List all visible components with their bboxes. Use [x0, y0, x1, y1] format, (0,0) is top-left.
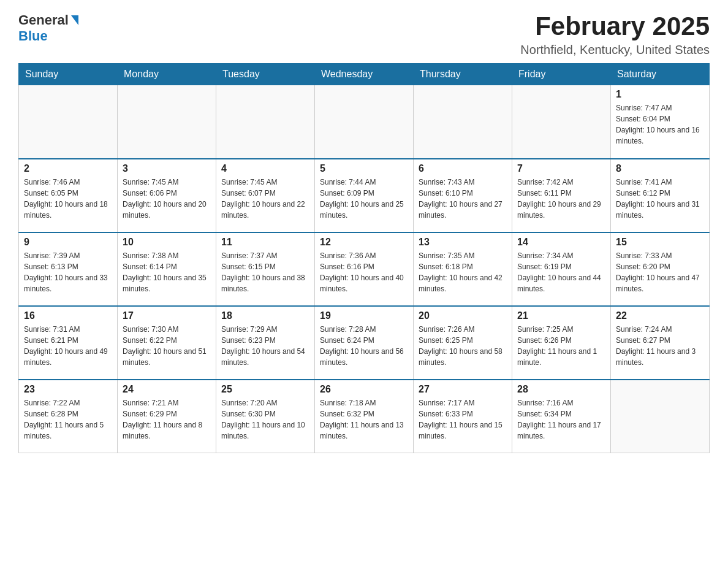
calendar-day-cell: 9Sunrise: 7:39 AM Sunset: 6:13 PM Daylig…	[19, 232, 118, 306]
calendar-day-cell: 21Sunrise: 7:25 AM Sunset: 6:26 PM Dayli…	[512, 306, 611, 380]
day-info: Sunrise: 7:42 AM Sunset: 6:11 PM Dayligh…	[517, 177, 605, 221]
weekday-header-monday: Monday	[118, 64, 216, 85]
day-info: Sunrise: 7:18 AM Sunset: 6:32 PM Dayligh…	[320, 397, 408, 442]
day-number: 1	[616, 89, 704, 100]
weekday-header-wednesday: Wednesday	[315, 64, 414, 85]
day-info: Sunrise: 7:16 AM Sunset: 6:34 PM Dayligh…	[517, 397, 605, 442]
day-number: 3	[123, 163, 211, 174]
day-info: Sunrise: 7:24 AM Sunset: 6:27 PM Dayligh…	[616, 324, 704, 368]
day-info: Sunrise: 7:38 AM Sunset: 6:14 PM Dayligh…	[123, 250, 211, 294]
day-info: Sunrise: 7:45 AM Sunset: 6:07 PM Dayligh…	[221, 177, 309, 221]
calendar-day-cell: 13Sunrise: 7:35 AM Sunset: 6:18 PM Dayli…	[414, 232, 512, 306]
calendar-day-cell: 19Sunrise: 7:28 AM Sunset: 6:24 PM Dayli…	[315, 306, 414, 380]
calendar-week-row: 16Sunrise: 7:31 AM Sunset: 6:21 PM Dayli…	[19, 306, 710, 380]
calendar-day-cell: 1Sunrise: 7:47 AM Sunset: 6:04 PM Daylig…	[611, 85, 710, 159]
day-info: Sunrise: 7:30 AM Sunset: 6:22 PM Dayligh…	[123, 324, 211, 368]
day-info: Sunrise: 7:20 AM Sunset: 6:30 PM Dayligh…	[221, 397, 309, 442]
day-number: 19	[320, 310, 408, 321]
calendar-day-cell	[216, 85, 315, 159]
calendar-day-cell	[315, 85, 414, 159]
calendar-day-cell: 24Sunrise: 7:21 AM Sunset: 6:29 PM Dayli…	[118, 380, 216, 453]
day-number: 7	[517, 163, 605, 174]
day-info: Sunrise: 7:46 AM Sunset: 6:05 PM Dayligh…	[24, 177, 112, 221]
calendar-day-cell: 16Sunrise: 7:31 AM Sunset: 6:21 PM Dayli…	[19, 306, 118, 380]
calendar-day-cell: 4Sunrise: 7:45 AM Sunset: 6:07 PM Daylig…	[216, 159, 315, 232]
logo-triangle-icon	[71, 15, 78, 25]
day-number: 18	[221, 310, 309, 321]
day-number: 9	[24, 237, 112, 248]
day-number: 14	[517, 237, 605, 248]
logo-general-text: General	[18, 12, 69, 28]
day-number: 2	[24, 163, 112, 174]
calendar-day-cell: 8Sunrise: 7:41 AM Sunset: 6:12 PM Daylig…	[611, 159, 710, 232]
day-number: 28	[517, 384, 605, 395]
day-number: 5	[320, 163, 408, 174]
day-number: 11	[221, 237, 309, 248]
calendar-day-cell: 18Sunrise: 7:29 AM Sunset: 6:23 PM Dayli…	[216, 306, 315, 380]
day-info: Sunrise: 7:37 AM Sunset: 6:15 PM Dayligh…	[221, 250, 309, 294]
weekday-header-sunday: Sunday	[19, 64, 118, 85]
day-number: 26	[320, 384, 408, 395]
title-block: February 2025 Northfield, Kentucky, Unit…	[520, 12, 710, 57]
calendar-day-cell: 14Sunrise: 7:34 AM Sunset: 6:19 PM Dayli…	[512, 232, 611, 306]
day-number: 27	[419, 384, 507, 395]
day-number: 20	[419, 310, 507, 321]
logo-blue-text: Blue	[18, 28, 48, 44]
calendar-day-cell: 26Sunrise: 7:18 AM Sunset: 6:32 PM Dayli…	[315, 380, 414, 453]
day-number: 4	[221, 163, 309, 174]
day-info: Sunrise: 7:17 AM Sunset: 6:33 PM Dayligh…	[419, 397, 507, 442]
day-number: 6	[419, 163, 507, 174]
day-info: Sunrise: 7:34 AM Sunset: 6:19 PM Dayligh…	[517, 250, 605, 294]
day-number: 8	[616, 163, 704, 174]
calendar-day-cell	[118, 85, 216, 159]
calendar-day-cell	[414, 85, 512, 159]
day-number: 25	[221, 384, 309, 395]
calendar-day-cell	[611, 380, 710, 453]
day-info: Sunrise: 7:35 AM Sunset: 6:18 PM Dayligh…	[419, 250, 507, 294]
calendar-day-cell: 28Sunrise: 7:16 AM Sunset: 6:34 PM Dayli…	[512, 380, 611, 453]
weekday-header-thursday: Thursday	[414, 64, 512, 85]
day-info: Sunrise: 7:43 AM Sunset: 6:10 PM Dayligh…	[419, 177, 507, 221]
day-number: 21	[517, 310, 605, 321]
calendar-header-row: SundayMondayTuesdayWednesdayThursdayFrid…	[19, 64, 710, 85]
day-number: 24	[123, 384, 211, 395]
calendar-day-cell: 23Sunrise: 7:22 AM Sunset: 6:28 PM Dayli…	[19, 380, 118, 453]
weekday-header-tuesday: Tuesday	[216, 64, 315, 85]
day-number: 22	[616, 310, 704, 321]
day-info: Sunrise: 7:44 AM Sunset: 6:09 PM Dayligh…	[320, 177, 408, 221]
day-info: Sunrise: 7:45 AM Sunset: 6:06 PM Dayligh…	[123, 177, 211, 221]
day-number: 16	[24, 310, 112, 321]
calendar-day-cell: 7Sunrise: 7:42 AM Sunset: 6:11 PM Daylig…	[512, 159, 611, 232]
day-number: 12	[320, 237, 408, 248]
calendar-day-cell: 25Sunrise: 7:20 AM Sunset: 6:30 PM Dayli…	[216, 380, 315, 453]
calendar-day-cell: 10Sunrise: 7:38 AM Sunset: 6:14 PM Dayli…	[118, 232, 216, 306]
calendar-title: February 2025	[520, 12, 710, 40]
calendar-day-cell: 17Sunrise: 7:30 AM Sunset: 6:22 PM Dayli…	[118, 306, 216, 380]
day-info: Sunrise: 7:25 AM Sunset: 6:26 PM Dayligh…	[517, 324, 605, 368]
day-info: Sunrise: 7:47 AM Sunset: 6:04 PM Dayligh…	[616, 102, 704, 147]
weekday-header-friday: Friday	[512, 64, 611, 85]
day-info: Sunrise: 7:33 AM Sunset: 6:20 PM Dayligh…	[616, 250, 704, 294]
calendar-week-row: 23Sunrise: 7:22 AM Sunset: 6:28 PM Dayli…	[19, 380, 710, 453]
calendar-day-cell	[19, 85, 118, 159]
calendar-day-cell: 27Sunrise: 7:17 AM Sunset: 6:33 PM Dayli…	[414, 380, 512, 453]
calendar-location: Northfield, Kentucky, United States	[520, 43, 710, 57]
calendar-day-cell: 2Sunrise: 7:46 AM Sunset: 6:05 PM Daylig…	[19, 159, 118, 232]
calendar-day-cell: 5Sunrise: 7:44 AM Sunset: 6:09 PM Daylig…	[315, 159, 414, 232]
calendar-day-cell: 6Sunrise: 7:43 AM Sunset: 6:10 PM Daylig…	[414, 159, 512, 232]
weekday-header-saturday: Saturday	[611, 64, 710, 85]
day-number: 13	[419, 237, 507, 248]
day-info: Sunrise: 7:36 AM Sunset: 6:16 PM Dayligh…	[320, 250, 408, 294]
day-number: 17	[123, 310, 211, 321]
calendar-day-cell: 3Sunrise: 7:45 AM Sunset: 6:06 PM Daylig…	[118, 159, 216, 232]
day-info: Sunrise: 7:39 AM Sunset: 6:13 PM Dayligh…	[24, 250, 112, 294]
calendar-day-cell: 11Sunrise: 7:37 AM Sunset: 6:15 PM Dayli…	[216, 232, 315, 306]
day-info: Sunrise: 7:21 AM Sunset: 6:29 PM Dayligh…	[123, 397, 211, 442]
day-info: Sunrise: 7:22 AM Sunset: 6:28 PM Dayligh…	[24, 397, 112, 442]
calendar-day-cell	[512, 85, 611, 159]
day-number: 15	[616, 237, 704, 248]
day-info: Sunrise: 7:28 AM Sunset: 6:24 PM Dayligh…	[320, 324, 408, 368]
logo: General Blue	[18, 12, 78, 44]
page-header: General Blue February 2025 Northfield, K…	[18, 12, 710, 57]
day-info: Sunrise: 7:41 AM Sunset: 6:12 PM Dayligh…	[616, 177, 704, 221]
